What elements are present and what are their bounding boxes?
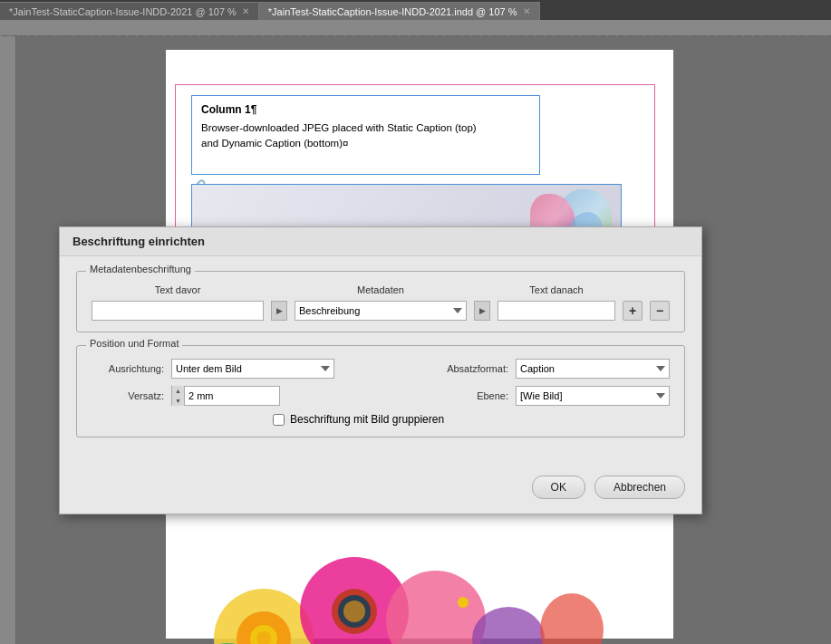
ebene-dropdown[interactable]: [Wie Bild] Vordergrund Hintergrund — [516, 386, 670, 406]
remove-row-button[interactable]: − — [650, 301, 670, 321]
absatzformat-dropdown[interactable]: Caption [Normaler Absatz] — [516, 359, 670, 379]
versatz-label: Versatz: — [92, 390, 164, 401]
checkbox-label: Beschriftung mit Bild gruppieren — [290, 413, 444, 426]
tab-2-close[interactable]: ✕ — [523, 6, 530, 16]
col-header-text-before: Text davor — [92, 284, 264, 295]
textbox-body: Browser-downloaded JPEG placed with Stat… — [201, 120, 530, 152]
position-row-2: Versatz: ▲ ▼ 2 mm Ebene: [Wie Bild] Vord… — [92, 386, 670, 406]
spinner-down[interactable]: ▼ — [172, 396, 184, 406]
metadata-dropdown[interactable]: Beschreibung Titel Autor Schlüsselwörter — [295, 301, 467, 321]
tab-1-label: *JainTest-StaticCaption-Issue-INDD-2021 … — [9, 6, 237, 17]
position-section: Position und Format Ausrichtung: Unter d… — [76, 345, 685, 437]
absatzformat-label: Absatzformat: — [418, 363, 508, 374]
text-before-arrow[interactable]: ▶ — [271, 301, 287, 321]
flowers-area — [191, 521, 622, 644]
tab-bar: *JainTest-StaticCaption-Issue-INDD-2021 … — [0, 0, 831, 20]
dialog-buttons: OK Abbrechen — [60, 465, 701, 514]
svg-point-9 — [540, 593, 604, 644]
col-header-metadata: Metadaten — [295, 284, 467, 295]
dialog-body: Metadatenbeschriftung Text davor Metadat… — [60, 256, 701, 465]
dialog-title-bar: Beschriftung einrichten — [60, 227, 701, 256]
position-section-label: Position und Format — [86, 338, 182, 349]
spinner-arrows[interactable]: ▲ ▼ — [172, 386, 185, 406]
tab-1[interactable]: *JainTest-StaticCaption-Issue-INDD-2021 … — [0, 2, 259, 20]
ausrichtung-label: Ausrichtung: — [92, 363, 164, 374]
metadata-section: Metadatenbeschriftung Text davor Metadat… — [76, 271, 685, 332]
svg-point-4 — [386, 571, 486, 644]
text-after-input[interactable] — [498, 301, 615, 321]
col-header-text-after: Text danach — [488, 284, 624, 295]
svg-point-12 — [458, 597, 469, 608]
versatz-spinner[interactable]: ▲ ▼ 2 mm — [171, 386, 280, 406]
text-after-arrow[interactable]: ▶ — [474, 301, 490, 321]
textbox-title: Column 1¶ — [201, 103, 530, 116]
text-before-input[interactable] — [92, 301, 264, 321]
ebene-label: Ebene: — [418, 390, 508, 401]
text-frame: Column 1¶ Browser-downloaded JPEG placed… — [191, 95, 540, 175]
position-row-1: Ausrichtung: Unter dem Bild Über dem Bil… — [92, 359, 670, 379]
dialog-title: Beschriftung einrichten — [72, 235, 205, 248]
ausrichtung-dropdown[interactable]: Unter dem Bild Über dem Bild Links vom B… — [171, 359, 334, 379]
spinner-up[interactable]: ▲ — [172, 386, 184, 396]
versatz-value: 2 mm — [185, 390, 217, 401]
tab-1-close[interactable]: ✕ — [242, 6, 249, 16]
checkbox-row: Beschriftung mit Bild gruppieren — [273, 413, 670, 426]
tab-2[interactable]: *JainTest-StaticCaption-Issue-INDD-2021.… — [259, 2, 540, 20]
cancel-button[interactable]: Abbrechen — [594, 476, 685, 499]
vertical-ruler — [0, 36, 16, 644]
ok-button[interactable]: OK — [532, 476, 585, 499]
tab-2-label: *JainTest-StaticCaption-Issue-INDD-2021.… — [268, 6, 517, 17]
metadata-headers-row: Text davor Metadaten Text danach — [92, 284, 670, 295]
metadata-input-row: ▶ Beschreibung Titel Autor Schlüsselwört… — [92, 301, 670, 321]
dialog-beschriftung: Beschriftung einrichten Metadatenbeschri… — [59, 226, 702, 514]
add-row-button[interactable]: + — [623, 301, 643, 321]
horizontal-ruler — [0, 20, 831, 36]
gruppieren-checkbox[interactable] — [273, 414, 285, 426]
svg-point-10 — [343, 601, 365, 622]
metadata-section-label: Metadatenbeschriftung — [86, 264, 195, 274]
